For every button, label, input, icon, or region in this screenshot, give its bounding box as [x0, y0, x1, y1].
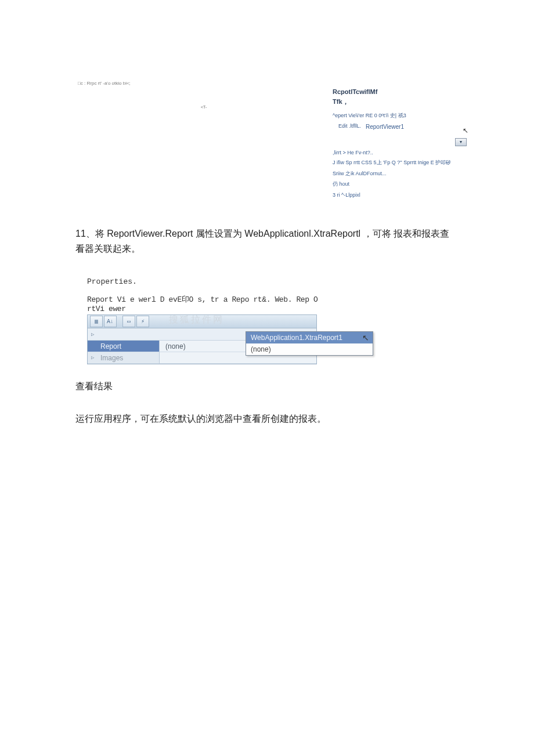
dropdown-option-2-text: (none): [251, 345, 271, 353]
row-expander-icon-2: ▷: [91, 355, 94, 361]
smarttag-link-3[interactable]: 仍 hout: [333, 180, 464, 189]
paragraph-11: 11、将 ReportViewer.Report 属性设置为 WebApplic…: [75, 226, 459, 256]
smarttag-select-value[interactable]: ReportViewer1: [366, 122, 464, 131]
dropdown-option-2[interactable]: (none): [246, 343, 373, 355]
smarttag-link-2[interactable]: Sriiw 之ik AulDFornut...: [333, 170, 464, 178]
toolbar-categorized-button[interactable]: ▥: [90, 316, 103, 327]
properties-figure: Properties. Report Vi e werl D evE印O s, …: [87, 277, 319, 364]
property-dropdown-popup: WebApplication1.XtraReport1 ↖ (none): [246, 331, 373, 356]
toolbar-page-button[interactable]: ▭: [122, 316, 135, 327]
figure-text-2: <T-: [201, 105, 207, 109]
cursor-icon-2: ↖: [362, 333, 369, 342]
result-paragraph-text: 运行应用程序，可在系统默认的浏览器中查看所创建的报表。: [75, 414, 326, 424]
properties-subtitle: Report Vi e werl D evE印O s, tr a Repo rt…: [87, 294, 319, 313]
smarttag-title-1: RcpotlTcwiflMf: [333, 87, 464, 97]
dropdown-button[interactable]: ▼: [455, 138, 467, 146]
property-val-report-text: (none): [165, 342, 186, 350]
result-heading-text: 查看结果: [75, 381, 113, 391]
smarttag-link-1[interactable]: ,lirrt > He Fv-nt?..: [333, 149, 464, 157]
smarttag-checkbox-1[interactable]: J ifiw Sp rrtt CSS 5上 'Fp Q ?'' Sprrtt I…: [333, 159, 464, 167]
cursor-icon: ↖: [463, 125, 468, 136]
smarttag-title-2: Tfk，: [333, 97, 464, 107]
figure-text-1: □c : Rrpc rt' -a'o otkio bi<;: [78, 81, 131, 86]
result-paragraph: 运行应用程序，可在系统默认的浏览器中查看所创建的报表。: [75, 413, 459, 425]
figure-top-left: □c : Rrpc rt' -a'o otkio bi<; <T-: [75, 78, 325, 113]
toolbar-sort-button[interactable]: A↓: [104, 316, 117, 327]
property-key-report: Report: [88, 341, 160, 352]
expander-icon: ▷: [91, 331, 94, 338]
dropdown-option-selected[interactable]: WebApplication1.XtraReport1 ↖: [246, 332, 373, 343]
toolbar-lightning-button[interactable]: ⚡: [136, 316, 149, 327]
page: □c : Rrpc rt' -a'o otkio bi<; <T- Rcpotl…: [0, 0, 534, 756]
result-heading: 查看结果: [75, 381, 459, 393]
property-key-images: Images: [88, 352, 160, 364]
smarttag-edit-link[interactable]: Edit .ltfllL.: [333, 122, 361, 131]
properties-title: Properties.: [87, 277, 319, 286]
smart-tag-panel: RcpotlTcwiflMf Tfk， ^epert Vie\i'er RE 0…: [333, 87, 464, 199]
paragraph-11-text: 11、将 ReportViewer.Report 属性设置为 WebApplic…: [75, 229, 449, 254]
properties-toolbar: ▥ A↓ ▭ ⚡ 搜狐拉件网: [88, 315, 316, 328]
smarttag-select-label: ^epert Vie\i'er RE 0 0ºt'/i 史| 祇3: [333, 112, 406, 120]
watermark-text: 搜狐拉件网: [169, 314, 224, 326]
smarttag-select-row: ^epert Vie\i'er RE 0 0ºt'/i 史| 祇3 ▼: [333, 112, 464, 120]
smarttag-link-4[interactable]: 3 ri ^-Llppixl: [333, 191, 464, 200]
dropdown-option-1-text: WebApplication1.XtraReport1: [251, 334, 342, 342]
